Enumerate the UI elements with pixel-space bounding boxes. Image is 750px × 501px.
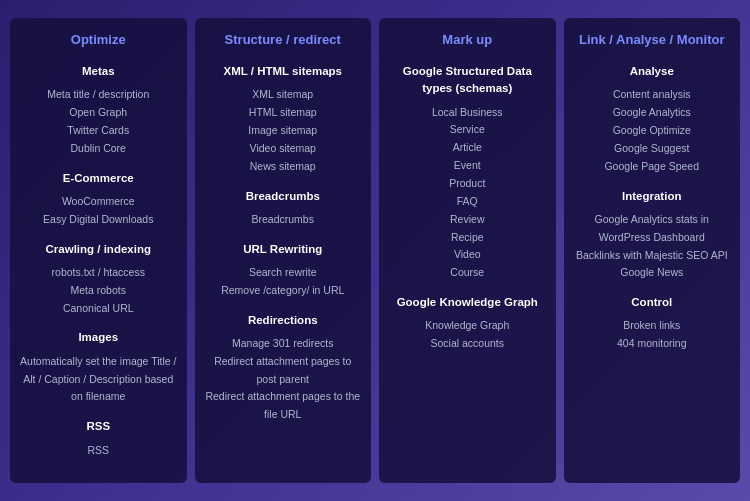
list-item: Search rewrite — [205, 264, 362, 282]
list-item: Open Graph — [20, 104, 177, 122]
column-link: Link / Analyse / MonitorAnalyseContent a… — [564, 18, 741, 484]
section-title: Google Structured Data types (schemas) — [389, 63, 546, 98]
list-item: WooCommerce — [20, 193, 177, 211]
section-title: Integration — [574, 188, 731, 205]
section-items: Breadcrumbs — [205, 211, 362, 229]
list-item: Google Analytics stats in WordPress Dash… — [574, 211, 731, 247]
list-item: Canonical URL — [20, 300, 177, 318]
list-item: Backlinks with Majestic SEO API — [574, 247, 731, 265]
list-item: Redirect attachment pages to post parent — [205, 353, 362, 389]
section-items: Google Analytics stats in WordPress Dash… — [574, 211, 731, 282]
section-e-commerce: E-CommerceWooCommerceEasy Digital Downlo… — [20, 170, 177, 229]
list-item: Redirect attachment pages to the file UR… — [205, 388, 362, 424]
section-google-knowledge-graph: Google Knowledge GraphKnowledge GraphSoc… — [389, 294, 546, 353]
section-title: Metas — [20, 63, 177, 80]
section-items: Content analysisGoogle AnalyticsGoogle O… — [574, 86, 731, 175]
list-item: Remove /category/ in URL — [205, 282, 362, 300]
section-analyse: AnalyseContent analysisGoogle AnalyticsG… — [574, 63, 731, 175]
list-item: Recipe — [389, 229, 546, 247]
list-item: Review — [389, 211, 546, 229]
list-item: Service — [389, 121, 546, 139]
section-items: Broken links404 monitoring — [574, 317, 731, 353]
list-item: Automatically set the image Title / Alt … — [20, 353, 177, 407]
list-item: HTML sitemap — [205, 104, 362, 122]
section-url-rewriting: URL RewritingSearch rewriteRemove /categ… — [205, 241, 362, 300]
list-item: Twitter Cards — [20, 122, 177, 140]
section-items: Knowledge GraphSocial accounts — [389, 317, 546, 353]
list-item: Google News — [574, 264, 731, 282]
list-item: robots.txt / htaccess — [20, 264, 177, 282]
list-item: Course — [389, 264, 546, 282]
section-title: Google Knowledge Graph — [389, 294, 546, 311]
list-item: Knowledge Graph — [389, 317, 546, 335]
section-google-structured-data-types-schemas: Google Structured Data types (schemas)Lo… — [389, 63, 546, 282]
section-breadcrumbs: BreadcrumbsBreadcrumbs — [205, 188, 362, 229]
section-items: Meta title / descriptionOpen GraphTwitte… — [20, 86, 177, 157]
list-item: 404 monitoring — [574, 335, 731, 353]
list-item: Breadcrumbs — [205, 211, 362, 229]
section-title: Control — [574, 294, 731, 311]
column-header-structure: Structure / redirect — [205, 30, 362, 54]
section-items: Local BusinessServiceArticleEventProduct… — [389, 104, 546, 282]
section-xml--html-sitemaps: XML / HTML sitemapsXML sitemapHTML sitem… — [205, 63, 362, 175]
list-item: News sitemap — [205, 158, 362, 176]
section-metas: MetasMeta title / descriptionOpen GraphT… — [20, 63, 177, 158]
list-item: Broken links — [574, 317, 731, 335]
list-item: Content analysis — [574, 86, 731, 104]
section-images: ImagesAutomatically set the image Title … — [20, 329, 177, 406]
section-title: URL Rewriting — [205, 241, 362, 258]
section-title: Breadcrumbs — [205, 188, 362, 205]
list-item: Product — [389, 175, 546, 193]
section-title: Crawling / indexing — [20, 241, 177, 258]
column-markup: Mark upGoogle Structured Data types (sch… — [379, 18, 556, 484]
section-items: RSS — [20, 442, 177, 460]
list-item: Google Suggest — [574, 140, 731, 158]
list-item: FAQ — [389, 193, 546, 211]
section-redirections: RedirectionsManage 301 redirectsRedirect… — [205, 312, 362, 424]
list-item: Social accounts — [389, 335, 546, 353]
section-title: Analyse — [574, 63, 731, 80]
section-title: RSS — [20, 418, 177, 435]
section-rss: RSSRSS — [20, 418, 177, 459]
list-item: XML sitemap — [205, 86, 362, 104]
section-integration: IntegrationGoogle Analytics stats in Wor… — [574, 188, 731, 283]
column-header-link: Link / Analyse / Monitor — [574, 30, 731, 54]
list-item: Video — [389, 246, 546, 264]
section-items: Search rewriteRemove /category/ in URL — [205, 264, 362, 300]
column-structure: Structure / redirectXML / HTML sitemapsX… — [195, 18, 372, 484]
column-optimize: OptimizeMetasMeta title / descriptionOpe… — [10, 18, 187, 484]
list-item: Event — [389, 157, 546, 175]
section-items: Automatically set the image Title / Alt … — [20, 353, 177, 407]
list-item: Dublin Core — [20, 140, 177, 158]
section-items: WooCommerceEasy Digital Downloads — [20, 193, 177, 229]
section-title: Redirections — [205, 312, 362, 329]
list-item: Image sitemap — [205, 122, 362, 140]
section-items: Manage 301 redirectsRedirect attachment … — [205, 335, 362, 424]
section-control: ControlBroken links404 monitoring — [574, 294, 731, 353]
section-title: Images — [20, 329, 177, 346]
section-title: XML / HTML sitemaps — [205, 63, 362, 80]
list-item: Video sitemap — [205, 140, 362, 158]
section-crawling--indexing: Crawling / indexingrobots.txt / htaccess… — [20, 241, 177, 318]
section-items: XML sitemapHTML sitemapImage sitemapVide… — [205, 86, 362, 175]
list-item: Manage 301 redirects — [205, 335, 362, 353]
column-header-optimize: Optimize — [20, 30, 177, 54]
list-item: Local Business — [389, 104, 546, 122]
column-header-markup: Mark up — [389, 30, 546, 54]
columns-wrapper: OptimizeMetasMeta title / descriptionOpe… — [10, 18, 740, 484]
section-items: robots.txt / htaccessMeta robotsCanonica… — [20, 264, 177, 318]
section-title: E-Commerce — [20, 170, 177, 187]
list-item: Easy Digital Downloads — [20, 211, 177, 229]
list-item: Google Analytics — [574, 104, 731, 122]
list-item: Meta title / description — [20, 86, 177, 104]
list-item: Meta robots — [20, 282, 177, 300]
list-item: Google Optimize — [574, 122, 731, 140]
list-item: Google Page Speed — [574, 158, 731, 176]
list-item: RSS — [20, 442, 177, 460]
list-item: Article — [389, 139, 546, 157]
